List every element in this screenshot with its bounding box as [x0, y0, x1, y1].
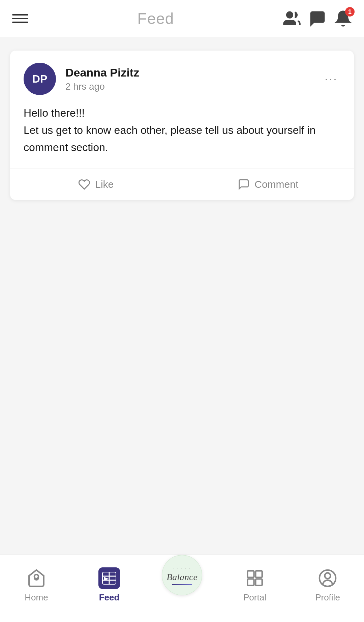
balance-logo: · · · · · Balance: [162, 555, 202, 595]
app-header: Feed 1: [0, 0, 364, 37]
portal-nav-icon: [244, 567, 266, 589]
portal-nav-label: Portal: [243, 592, 266, 603]
comment-button[interactable]: Comment: [182, 169, 354, 200]
like-button[interactable]: Like: [10, 169, 182, 200]
comment-icon: [238, 178, 250, 190]
nav-item-feed[interactable]: Feed: [73, 564, 146, 606]
post-text: Hello there!!! Let us get to know each o…: [24, 105, 340, 156]
svg-rect-7: [247, 571, 254, 577]
nav-item-home[interactable]: Home: [0, 564, 73, 606]
header-actions: 1: [283, 10, 352, 27]
bottom-nav: Home Feed · · · · · Balance: [0, 555, 364, 622]
post-content: Hello there!!! Let us get to know each o…: [10, 105, 354, 169]
nav-item-portal[interactable]: Portal: [218, 564, 291, 606]
post-author-name: Deanna Pizitz: [65, 66, 312, 79]
menu-button[interactable]: [12, 14, 28, 23]
profile-nav-icon: [317, 567, 338, 589]
post-text-line2: Let us get to know each other, please te…: [24, 124, 315, 153]
page-title: Feed: [138, 9, 174, 28]
post-timestamp: 2 hrs ago: [65, 81, 312, 92]
post-more-button[interactable]: ···: [322, 69, 340, 89]
profile-nav-label: Profile: [315, 592, 340, 603]
heart-icon: [78, 178, 90, 190]
post-actions: Like Comment: [10, 169, 354, 200]
post-card: DP Deanna Pizitz 2 hrs ago ··· Hello the…: [10, 51, 354, 200]
chat-icon-button[interactable]: [309, 10, 326, 27]
svg-rect-9: [247, 579, 254, 585]
svg-rect-8: [255, 571, 262, 577]
nav-item-balance[interactable]: · · · · · Balance: [146, 565, 218, 605]
home-nav-icon: [26, 567, 47, 589]
post-text-line1: Hello there!!!: [24, 107, 85, 119]
avatar: DP: [24, 63, 56, 95]
svg-point-0: [287, 12, 293, 18]
feed-nav-icon: [98, 567, 120, 589]
portal-icon: [245, 568, 265, 588]
profile-icon: [318, 568, 337, 588]
comment-label: Comment: [254, 179, 298, 190]
feed-nav-label: Feed: [99, 592, 120, 603]
nav-item-profile[interactable]: Profile: [291, 564, 364, 606]
chat-icon: [309, 10, 326, 27]
balance-logo-text: · · · · · Balance: [166, 565, 198, 585]
svg-rect-10: [255, 579, 262, 585]
main-content: DP Deanna Pizitz 2 hrs ago ··· Hello the…: [0, 37, 364, 555]
post-author-info: Deanna Pizitz 2 hrs ago: [65, 66, 312, 92]
notification-bell-button[interactable]: 1: [334, 10, 352, 27]
home-nav-label: Home: [25, 592, 48, 603]
post-header: DP Deanna Pizitz 2 hrs ago ···: [10, 51, 354, 105]
people-icon-button[interactable]: [283, 10, 301, 27]
like-label: Like: [95, 179, 114, 190]
svg-point-12: [325, 573, 331, 579]
people-icon: [283, 10, 301, 27]
notification-badge: 1: [345, 7, 355, 17]
